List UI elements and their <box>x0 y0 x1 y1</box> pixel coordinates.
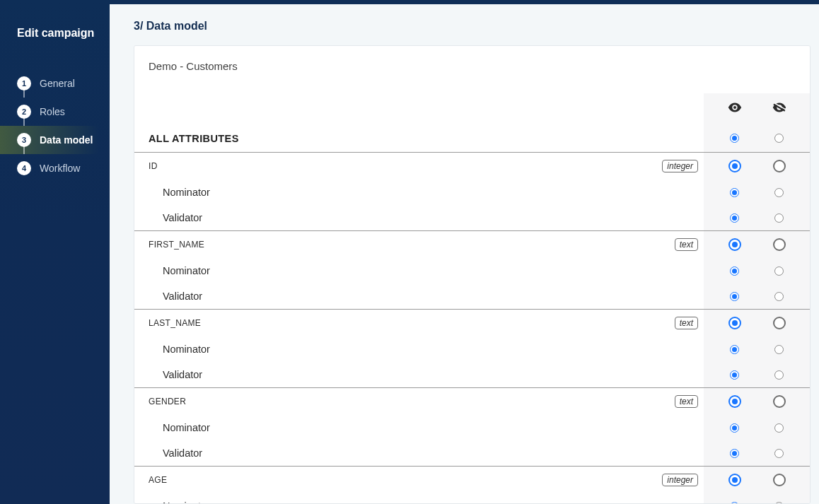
step-label: General <box>40 78 75 89</box>
eye-icon <box>727 100 743 118</box>
step-label: Data model <box>40 134 93 146</box>
role-row: Validator <box>134 205 810 230</box>
attribute-hidden-radio[interactable] <box>773 160 786 172</box>
card-subtitle: Demo - Customers <box>134 60 810 93</box>
attribute-hidden-radio[interactable] <box>773 395 786 408</box>
role-visible-radio[interactable] <box>730 213 739 223</box>
attribute-visible-radio[interactable] <box>728 238 741 251</box>
role-name: Nominator <box>163 422 210 433</box>
attribute-group: AGEintegerNominator <box>134 467 810 504</box>
attribute-type-badge: integer <box>662 160 698 172</box>
role-row: Validator <box>134 440 810 466</box>
page-title: 3/ Data model <box>134 20 811 33</box>
role-visible-radio[interactable] <box>730 423 739 433</box>
attribute-group: LAST_NAMEtextNominatorValidator <box>134 310 810 388</box>
role-visible-radio[interactable] <box>730 502 739 505</box>
sidebar-steps: 1General2Roles3Data model4Workflow <box>0 69 110 182</box>
sidebar-step-roles[interactable]: 2Roles <box>0 98 110 126</box>
step-label: Roles <box>40 106 65 117</box>
attribute-name: GENDER <box>149 397 186 406</box>
role-row: Validator <box>134 283 810 309</box>
attribute-header: LAST_NAMEtext <box>134 310 810 336</box>
role-visible-radio[interactable] <box>730 345 739 354</box>
all-attributes-label: ALL ATTRIBUTES <box>149 133 239 144</box>
attribute-visible-radio[interactable] <box>728 317 741 329</box>
attribute-header: IDinteger <box>134 153 810 180</box>
attribute-name: LAST_NAME <box>149 318 201 328</box>
role-hidden-radio[interactable] <box>774 449 784 458</box>
all-attributes-hidden-radio[interactable] <box>774 134 784 143</box>
sidebar: Edit campaign 1General2Roles3Data model4… <box>0 0 110 504</box>
attribute-type-badge: integer <box>662 474 698 486</box>
attribute-header: GENDERtext <box>134 388 810 415</box>
all-attributes-visible-radio[interactable] <box>730 134 739 143</box>
role-visible-radio[interactable] <box>730 370 739 380</box>
visibility-header-row <box>134 93 810 124</box>
role-hidden-radio[interactable] <box>774 266 784 276</box>
step-number-badge: 4 <box>17 161 31 175</box>
attribute-group: FIRST_NAMEtextNominatorValidator <box>134 231 810 310</box>
role-hidden-radio[interactable] <box>774 502 784 505</box>
attribute-header: AGEinteger <box>134 467 810 493</box>
role-row: Nominator <box>134 336 810 362</box>
attribute-header: FIRST_NAMEtext <box>134 231 810 258</box>
role-visible-radio[interactable] <box>730 449 739 458</box>
role-name: Validator <box>163 212 202 223</box>
role-hidden-radio[interactable] <box>774 345 784 354</box>
attribute-hidden-radio[interactable] <box>773 474 786 486</box>
attribute-name: ID <box>149 161 158 171</box>
eye-off-icon <box>772 100 787 118</box>
all-attributes-row: ALL ATTRIBUTES <box>134 124 810 153</box>
attribute-group: GENDERtextNominatorValidator <box>134 388 810 467</box>
role-visible-radio[interactable] <box>730 266 739 276</box>
role-hidden-radio[interactable] <box>774 188 784 197</box>
role-visible-radio[interactable] <box>730 188 739 197</box>
attribute-visible-radio[interactable] <box>728 160 741 172</box>
role-row: Nominator <box>134 415 810 440</box>
attribute-type-badge: text <box>675 317 698 329</box>
step-label: Workflow <box>40 163 80 174</box>
sidebar-step-workflow[interactable]: 4Workflow <box>0 154 110 182</box>
attribute-visible-radio[interactable] <box>728 395 741 408</box>
role-hidden-radio[interactable] <box>774 213 784 223</box>
role-name: Validator <box>163 291 202 302</box>
role-name: Nominator <box>163 265 210 276</box>
role-row: Nominator <box>134 180 810 205</box>
role-name: Nominator <box>163 500 210 504</box>
role-visible-radio[interactable] <box>730 292 739 301</box>
sidebar-title: Edit campaign <box>0 27 110 69</box>
attribute-name: FIRST_NAME <box>149 240 204 250</box>
role-hidden-radio[interactable] <box>774 423 784 433</box>
attribute-visible-radio[interactable] <box>728 474 741 486</box>
data-model-card: Demo - Customers ALL ATTRIBUTES IDinteg <box>134 45 811 504</box>
role-name: Validator <box>163 447 202 459</box>
sidebar-step-data-model[interactable]: 3Data model <box>0 126 110 154</box>
role-hidden-radio[interactable] <box>774 292 784 301</box>
role-row: Validator <box>134 362 810 387</box>
role-row: Nominator <box>134 258 810 283</box>
role-name: Nominator <box>163 187 210 198</box>
role-hidden-radio[interactable] <box>774 370 784 380</box>
attribute-hidden-radio[interactable] <box>773 238 786 251</box>
role-name: Validator <box>163 369 202 380</box>
attribute-hidden-radio[interactable] <box>773 317 786 329</box>
attribute-type-badge: text <box>675 395 698 408</box>
attribute-group: IDintegerNominatorValidator <box>134 153 810 231</box>
role-name: Nominator <box>163 344 210 355</box>
role-row: Nominator <box>134 493 810 504</box>
attribute-type-badge: text <box>675 238 698 251</box>
attribute-name: AGE <box>149 475 167 485</box>
main-content: 3/ Data model Demo - Customers ALL ATTRI… <box>110 0 819 504</box>
sidebar-step-general[interactable]: 1General <box>0 69 110 98</box>
